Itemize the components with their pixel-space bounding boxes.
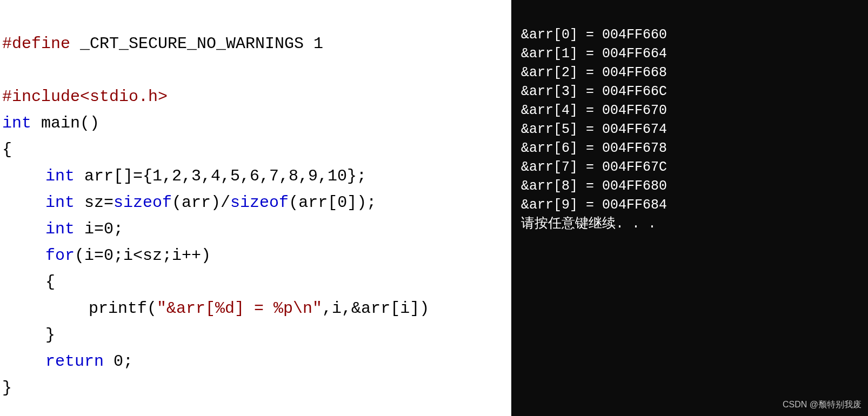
console-line: &arr[8] = 004FF680 (521, 177, 868, 196)
printf-open: ( (147, 299, 157, 318)
console-line: &arr[6] = 004FF678 (521, 139, 868, 158)
watermark: CSDN @颓特别我废 (783, 399, 862, 411)
printf-format: "&arr[%d] = %p\n" (157, 299, 322, 318)
sizeof-arr: (arr)/ (172, 193, 230, 212)
kw-sizeof-1: sizeof (113, 193, 172, 212)
console-line: &arr[7] = 004FF67C (521, 158, 868, 177)
printf-args: ,i,&arr[i]) (322, 299, 429, 318)
console-line: &arr[5] = 004FF674 (521, 120, 868, 139)
i-decl: i=0; (75, 220, 123, 238)
console-output[interactable]: &arr[0] = 004FF660&arr[1] = 004FF664&arr… (511, 0, 868, 416)
console-prompt: 请按任意键继续. . . (521, 214, 868, 233)
brace-close-for: } (45, 326, 55, 344)
include-file: stdio.h (90, 88, 158, 106)
define-macro: _CRT_SECURE_NO_WARNINGS 1 (70, 35, 323, 53)
sizeof-arr0: (arr[0]); (289, 193, 376, 212)
arr-decl: arr[]= (75, 167, 143, 185)
brace-open-for: { (45, 273, 55, 291)
return-val: 0; (104, 352, 133, 371)
kw-sizeof-2: sizeof (230, 193, 289, 212)
console-line: &arr[1] = 004FF664 (521, 44, 868, 63)
sz-decl: sz= (75, 193, 113, 212)
code-editor[interactable]: #define _CRT_SECURE_NO_WARNINGS 1 #inclu… (0, 0, 511, 416)
kw-return: return (45, 352, 104, 371)
include-open: < (80, 88, 90, 106)
console-line: &arr[9] = 004FF684 (521, 196, 868, 214)
kw-for: for (45, 246, 75, 265)
printf-call: printf (89, 299, 147, 318)
console-line: &arr[2] = 004FF668 (521, 63, 868, 82)
brace-close-main: } (2, 379, 12, 397)
console-line: &arr[3] = 004FF66C (521, 82, 868, 101)
include-close: > (158, 88, 168, 106)
for-cond: (i=0;i<sz;i++) (75, 246, 211, 265)
kw-int-i: int (45, 220, 75, 238)
kw-int-main: int (2, 114, 31, 132)
preproc-define: #define (2, 35, 70, 53)
console-line: &arr[4] = 004FF670 (521, 101, 868, 120)
brace-open-main: { (2, 140, 12, 159)
main-parens: () (80, 114, 99, 132)
arr-values: {1,2,3,4,5,6,7,8,9,10}; (143, 167, 366, 185)
kw-int-sz: int (45, 193, 75, 212)
kw-int-arr: int (45, 167, 75, 185)
main-name: main (31, 114, 80, 132)
console-line: &arr[0] = 004FF660 (521, 25, 868, 44)
preproc-include: #include (2, 88, 80, 106)
